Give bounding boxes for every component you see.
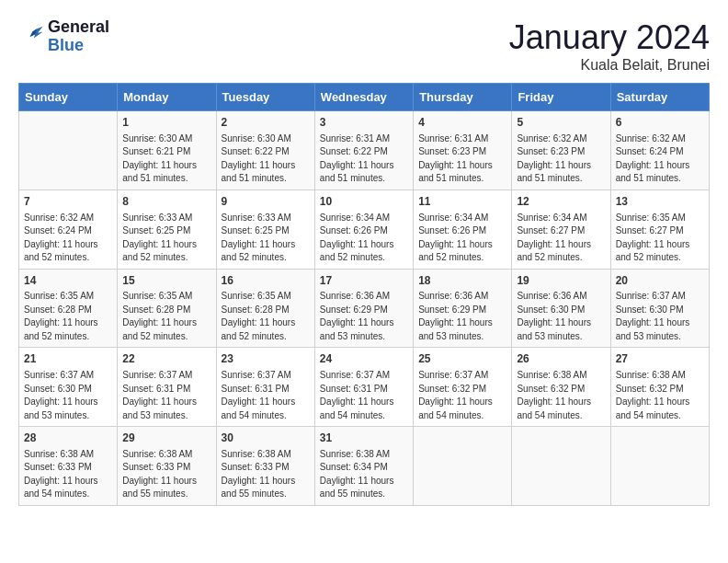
day-info: Sunrise: 6:31 AM Sunset: 6:22 PM Dayligh… [320,132,408,186]
calendar-cell: 3Sunrise: 6:31 AM Sunset: 6:22 PM Daylig… [314,111,413,190]
day-number: 30 [222,431,310,446]
calendar-week-row: 28Sunrise: 6:38 AM Sunset: 6:33 PM Dayli… [19,427,710,506]
day-info: Sunrise: 6:37 AM Sunset: 6:31 PM Dayligh… [320,369,408,422]
day-info: Sunrise: 6:32 AM Sunset: 6:23 PM Dayligh… [517,132,605,186]
day-number: 2 [222,115,310,131]
day-number: 8 [122,194,210,210]
day-info: Sunrise: 6:35 AM Sunset: 6:28 PM Dayligh… [24,290,112,343]
day-info: Sunrise: 6:30 AM Sunset: 6:22 PM Dayligh… [222,132,310,186]
calendar-cell [414,427,512,506]
day-number: 25 [418,351,506,367]
day-info: Sunrise: 6:35 AM Sunset: 6:28 PM Dayligh… [222,290,310,343]
calendar-cell [19,111,118,190]
day-number: 11 [418,194,506,210]
calendar-week-row: 1Sunrise: 6:30 AM Sunset: 6:21 PM Daylig… [19,111,710,190]
day-number: 19 [517,273,605,289]
calendar-cell: 13Sunrise: 6:35 AM Sunset: 6:27 PM Dayli… [610,190,709,269]
day-info: Sunrise: 6:37 AM Sunset: 6:31 PM Dayligh… [222,369,310,422]
calendar-cell: 6Sunrise: 6:32 AM Sunset: 6:24 PM Daylig… [610,111,709,190]
calendar-cell: 19Sunrise: 6:36 AM Sunset: 6:30 PM Dayli… [512,269,610,348]
day-info: Sunrise: 6:35 AM Sunset: 6:28 PM Dayligh… [122,290,210,343]
calendar-cell: 23Sunrise: 6:37 AM Sunset: 6:31 PM Dayli… [216,348,314,427]
weekday-header: Thursday [414,84,512,111]
day-info: Sunrise: 6:37 AM Sunset: 6:32 PM Dayligh… [418,369,506,422]
day-info: Sunrise: 6:37 AM Sunset: 6:30 PM Dayligh… [616,290,704,343]
calendar-cell: 17Sunrise: 6:36 AM Sunset: 6:29 PM Dayli… [314,269,413,348]
day-info: Sunrise: 6:38 AM Sunset: 6:32 PM Dayligh… [616,369,704,422]
weekday-header: Saturday [610,84,709,111]
day-info: Sunrise: 6:31 AM Sunset: 6:23 PM Dayligh… [418,132,506,186]
calendar-cell: 26Sunrise: 6:38 AM Sunset: 6:32 PM Dayli… [512,348,610,427]
day-info: Sunrise: 6:37 AM Sunset: 6:30 PM Dayligh… [24,369,112,422]
calendar-cell: 7Sunrise: 6:32 AM Sunset: 6:24 PM Daylig… [19,190,118,269]
calendar-cell: 5Sunrise: 6:32 AM Sunset: 6:23 PM Daylig… [512,111,610,190]
logo-icon [18,24,44,50]
calendar-cell [512,427,610,506]
calendar-cell: 30Sunrise: 6:38 AM Sunset: 6:33 PM Dayli… [216,427,314,506]
day-info: Sunrise: 6:36 AM Sunset: 6:29 PM Dayligh… [418,290,506,343]
calendar-cell: 21Sunrise: 6:37 AM Sunset: 6:30 PM Dayli… [19,348,118,427]
calendar-cell [610,427,709,506]
calendar-cell: 31Sunrise: 6:38 AM Sunset: 6:34 PM Dayli… [314,427,413,506]
day-number: 15 [122,273,210,289]
day-number: 16 [222,273,310,289]
weekday-header: Wednesday [314,84,413,111]
logo-blue: Blue [48,36,84,54]
day-number: 14 [24,273,112,289]
day-info: Sunrise: 6:34 AM Sunset: 6:26 PM Dayligh… [320,212,408,265]
calendar-cell: 16Sunrise: 6:35 AM Sunset: 6:28 PM Dayli… [216,269,314,348]
day-info: Sunrise: 6:34 AM Sunset: 6:27 PM Dayligh… [517,212,605,265]
calendar-cell: 10Sunrise: 6:34 AM Sunset: 6:26 PM Dayli… [314,190,413,269]
calendar-cell: 1Sunrise: 6:30 AM Sunset: 6:21 PM Daylig… [118,111,216,190]
weekday-header: Monday [118,84,216,111]
calendar-cell: 14Sunrise: 6:35 AM Sunset: 6:28 PM Dayli… [19,269,118,348]
calendar-cell: 4Sunrise: 6:31 AM Sunset: 6:23 PM Daylig… [414,111,512,190]
day-info: Sunrise: 6:33 AM Sunset: 6:25 PM Dayligh… [122,212,210,265]
day-info: Sunrise: 6:36 AM Sunset: 6:29 PM Dayligh… [320,290,408,343]
day-number: 23 [222,351,310,367]
day-number: 7 [24,194,112,210]
day-number: 10 [320,194,408,210]
day-number: 4 [418,115,506,131]
day-info: Sunrise: 6:35 AM Sunset: 6:27 PM Dayligh… [616,212,704,265]
day-number: 20 [616,273,704,289]
calendar-cell: 28Sunrise: 6:38 AM Sunset: 6:33 PM Dayli… [19,427,118,506]
calendar-cell: 29Sunrise: 6:38 AM Sunset: 6:33 PM Dayli… [118,427,216,506]
calendar-cell: 12Sunrise: 6:34 AM Sunset: 6:27 PM Dayli… [512,190,610,269]
day-number: 21 [24,351,112,367]
day-info: Sunrise: 6:32 AM Sunset: 6:24 PM Dayligh… [616,132,704,186]
weekday-header: Friday [512,84,610,111]
weekday-header-row: SundayMondayTuesdayWednesdayThursdayFrid… [19,84,710,111]
calendar-cell: 27Sunrise: 6:38 AM Sunset: 6:32 PM Dayli… [610,348,709,427]
day-number: 31 [320,431,408,446]
day-number: 13 [616,194,704,210]
page-header: General Blue January 2024 Kuala Belait, … [18,18,710,74]
day-number: 18 [418,273,506,289]
day-number: 17 [320,273,408,289]
day-number: 24 [320,351,408,367]
logo-general: General [48,17,109,36]
day-number: 9 [222,194,310,210]
calendar-cell: 24Sunrise: 6:37 AM Sunset: 6:31 PM Dayli… [314,348,413,427]
svg-marker-0 [30,27,43,39]
calendar-cell: 8Sunrise: 6:33 AM Sunset: 6:25 PM Daylig… [118,190,216,269]
day-number: 5 [517,115,605,131]
location: Kuala Belait, Brunei [509,57,710,74]
day-info: Sunrise: 6:38 AM Sunset: 6:32 PM Dayligh… [517,369,605,422]
day-info: Sunrise: 6:34 AM Sunset: 6:26 PM Dayligh… [418,212,506,265]
day-info: Sunrise: 6:32 AM Sunset: 6:24 PM Dayligh… [24,212,112,265]
calendar-cell: 18Sunrise: 6:36 AM Sunset: 6:29 PM Dayli… [414,269,512,348]
day-info: Sunrise: 6:38 AM Sunset: 6:33 PM Dayligh… [122,448,210,501]
day-number: 27 [616,351,704,367]
day-number: 3 [320,115,408,131]
calendar-cell: 9Sunrise: 6:33 AM Sunset: 6:25 PM Daylig… [216,190,314,269]
day-info: Sunrise: 6:33 AM Sunset: 6:25 PM Dayligh… [222,212,310,265]
month-title: January 2024 [509,18,710,57]
weekday-header: Sunday [19,84,118,111]
day-number: 26 [517,351,605,367]
day-info: Sunrise: 6:38 AM Sunset: 6:34 PM Dayligh… [320,448,408,501]
weekday-header: Tuesday [216,84,314,111]
day-number: 22 [122,351,210,367]
calendar-cell: 11Sunrise: 6:34 AM Sunset: 6:26 PM Dayli… [414,190,512,269]
calendar-week-row: 14Sunrise: 6:35 AM Sunset: 6:28 PM Dayli… [19,269,710,348]
